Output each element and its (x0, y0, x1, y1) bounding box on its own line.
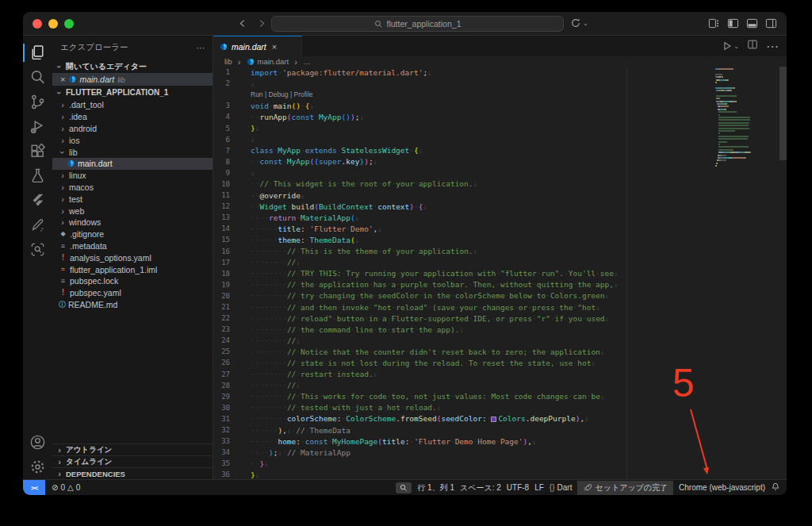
code-line-2[interactable]: 2↓ (213, 78, 787, 89)
toggle-secondary-sidebar-icon[interactable] (765, 17, 777, 29)
toggle-primary-sidebar-icon[interactable] (727, 17, 739, 29)
code-line-10[interactable]: 10··//·This·widget·is·the·root·of·your·a… (213, 179, 787, 190)
zoom-window-button[interactable] (64, 19, 74, 29)
tree-item-web[interactable]: ›web (52, 205, 213, 217)
code-line-25[interactable]: 25········//·Notice·that·the·counter·did… (213, 346, 787, 357)
code-line-15[interactable]: 15······theme:·ThemeData(↓ (213, 234, 787, 245)
code-line-13[interactable]: 13····return·MaterialApp(↓ (213, 212, 787, 223)
run-debug-icon[interactable] (23, 114, 52, 139)
tab-main-dart[interactable]: main.dart × (213, 36, 302, 56)
tree-item-android[interactable]: ›android (52, 123, 213, 135)
toggle-panel-icon[interactable] (746, 17, 758, 29)
breadcrumb[interactable]: lib › main.dart › … (213, 56, 787, 67)
indentation-status[interactable]: スペース: 2 (460, 482, 501, 493)
code-line-29[interactable]: 29········//·This·works·for·code·too,·no… (213, 391, 787, 402)
code-line-21[interactable]: 21········//·and·then·invoke·"hot·reload… (213, 301, 787, 313)
code-line-27[interactable]: 27········//·restart·instead.↓ (213, 369, 787, 380)
tree-item-pubspec-yaml[interactable]: !pubspec.yaml (52, 287, 213, 299)
minimize-window-button[interactable] (48, 19, 58, 29)
tree-item-ios[interactable]: ›ios (52, 134, 213, 146)
screen-search-icon[interactable] (23, 237, 52, 262)
tree-item-main-dart[interactable]: main.dart (52, 158, 213, 170)
testing-icon[interactable] (23, 163, 52, 188)
code-line-7[interactable]: 7class·MyApp·extends·StatelessWidget·{↓ (213, 145, 787, 156)
code-line-6[interactable]: 6↓ (213, 134, 787, 145)
tree-item-windows[interactable]: ›windows (52, 217, 213, 228)
code-line-22[interactable]: 22········//·reload"·button·in·a·Flutter… (213, 313, 787, 324)
tree-item-lib[interactable]: ›lib (52, 146, 213, 158)
tree-item-test[interactable]: ›test (52, 193, 213, 205)
history-forward-icon[interactable] (256, 17, 267, 29)
code-line-26[interactable]: 26········//·state·is·not·lost·during·th… (213, 357, 787, 368)
code-line-32[interactable]: 32······),↓·//·ThemeData (213, 424, 787, 436)
tree-item--idea[interactable]: ›.idea (52, 111, 213, 123)
close-icon[interactable]: × (60, 75, 65, 84)
more-actions-icon[interactable]: ⋯ (197, 43, 205, 52)
code-line-35[interactable]: 35··}↓ (213, 458, 787, 469)
setup-complete-status[interactable]: セットアップの完了 (577, 481, 673, 495)
section--[interactable]: ›アウトライン (52, 443, 213, 455)
code-line-3[interactable]: 3void·main()·{↓ (213, 100, 787, 111)
flutter-icon[interactable] (23, 188, 52, 213)
codelens-row[interactable]: Run | Debug | Profile (213, 89, 787, 100)
eol-status[interactable]: LF (534, 483, 544, 492)
code-line-5[interactable]: 5}↓ (213, 122, 787, 133)
history-back-icon[interactable] (237, 17, 248, 29)
code-line-30[interactable]: 30········//·tested·with·just·a·hot·relo… (213, 402, 787, 413)
tree-item-macos[interactable]: ›macos (52, 182, 213, 194)
tree-item-pubspec-lock[interactable]: ≡pubspec.lock (52, 275, 213, 287)
edit-pen-icon[interactable] (23, 213, 52, 237)
tree-item--dart-tool[interactable]: ›.dart_tool (52, 99, 213, 111)
code-line-17[interactable]: 17········//↓ (213, 257, 787, 268)
code-line-33[interactable]: 33······home:·const·MyHomePage(title:·'F… (213, 436, 787, 447)
code-line-4[interactable]: 4··runApp(const·MyApp());↓ (213, 111, 787, 122)
editor-more-actions-icon[interactable]: ⋯ (766, 39, 779, 54)
notifications-bell-icon[interactable] (771, 482, 780, 493)
code-line-11[interactable]: 11··@override↓ (213, 190, 787, 201)
code-line-19[interactable]: 19········//·the·application·has·a·purpl… (213, 279, 787, 290)
code-line-12[interactable]: 12··Widget·build(BuildContext·context)·{… (213, 201, 787, 212)
section-dependencies[interactable]: ›DEPENDENCIES (52, 467, 213, 479)
close-window-button[interactable] (33, 19, 42, 29)
code-line-14[interactable]: 14······title:·'Flutter·Demo',↓ (213, 223, 787, 234)
split-editor-icon[interactable] (747, 39, 758, 53)
code-line-36[interactable]: 36}↓ (213, 469, 787, 479)
code-line-8[interactable]: 8··const·MyApp({super.key});↓ (213, 156, 787, 167)
explorer-icon[interactable] (23, 40, 52, 65)
tree-item-analysis-options-yaml[interactable]: !analysis_options.yaml (52, 251, 213, 263)
search-icon[interactable] (23, 65, 52, 90)
code-line-28[interactable]: 28········//↓ (213, 380, 787, 391)
code-line-9[interactable]: 9↓ (213, 167, 787, 179)
source-control-icon[interactable] (23, 90, 52, 114)
code-line-20[interactable]: 20········//·try·changing·the·seedColor·… (213, 290, 787, 301)
problems-status[interactable]: ⊘ 0 △ 0 (45, 483, 80, 492)
run-file-icon[interactable]: ⌄ (722, 40, 739, 52)
settings-gear-icon[interactable] (23, 455, 52, 479)
open-editor-main-dart[interactable]: × main.dart lib (52, 73, 213, 86)
debug-target-status[interactable]: Chrome (web-javascript) (679, 483, 765, 492)
open-editors-section[interactable]: › 開いているエディター (52, 60, 213, 73)
language-mode-status[interactable]: {} Dart (550, 483, 573, 492)
tree-item-linux[interactable]: ›linux (52, 170, 213, 182)
section--[interactable]: ›タイムライン (52, 455, 213, 467)
tree-item-readme-md[interactable]: iREADME.md (52, 299, 213, 311)
session-sync-control[interactable]: ⌄ (570, 17, 588, 29)
extensions-icon[interactable] (23, 139, 52, 163)
code-line-18[interactable]: 18········//·TRY·THIS:·Try·running·your·… (213, 268, 787, 279)
tree-item--metadata[interactable]: ≡.metadata (52, 240, 213, 252)
minimap[interactable] (715, 68, 766, 167)
scrollbar-slider[interactable] (779, 67, 787, 160)
customize-layout-icon[interactable] (708, 17, 720, 29)
accounts-icon[interactable] (23, 430, 52, 455)
code-line-31[interactable]: 31········colorScheme:·ColorScheme.fromS… (213, 413, 787, 424)
code-line-34[interactable]: 34····);↓·//·MaterialApp (213, 447, 787, 458)
tree-item-flutter-application-1-iml[interactable]: ≈flutter_application_1.iml (52, 263, 213, 275)
remote-indicator[interactable]: >< (23, 480, 45, 495)
tree-item--gitignore[interactable]: ◆.gitignore (52, 228, 213, 240)
code-line-16[interactable]: 16········//·This·is·the·theme·of·your·a… (213, 246, 787, 257)
code-line-1[interactable]: 1import·'package:flutter/material.dart';… (213, 67, 787, 78)
cursor-position-status[interactable]: 行 1、列 1 (417, 482, 454, 493)
encoding-status[interactable]: UTF-8 (507, 483, 529, 492)
code-line-24[interactable]: 24········//↓ (213, 335, 787, 346)
project-section[interactable]: › FLUTTER_APPLICATION_1 (52, 86, 213, 99)
